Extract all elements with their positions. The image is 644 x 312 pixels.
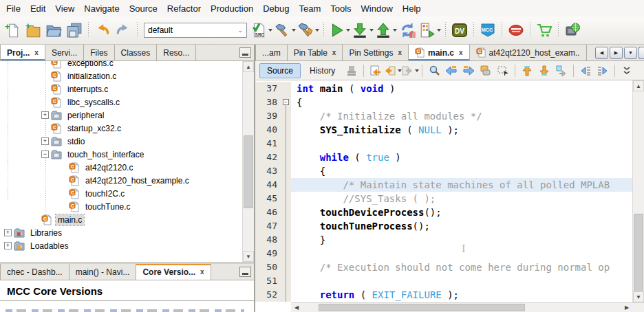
dropdown-arrow-icon[interactable] [292,29,296,32]
marketplace-button[interactable] [534,19,555,41]
tab-core-versio[interactable]: Core Versio...x [136,264,211,280]
code-text[interactable] [291,137,632,151]
next-occurrence-icon[interactable] [537,63,552,78]
build-project-button[interactable] [273,19,297,41]
scroll-up-icon[interactable]: ▲ [243,61,254,72]
tree-item-interrupts-c[interactable]: Cinterrupts.c [0,82,242,96]
editor-tab-at42qt2120-host-exam[interactable]: Cat42qt2120_host_exam.. [470,45,587,60]
code-text[interactable]: SYS_Initialize ( NULL ); [291,123,632,137]
new-file-button[interactable]: + [2,19,23,41]
close-icon[interactable]: x [459,49,463,56]
code-line-44[interactable]: 44 /* Maintain state machines of all pol… [255,178,632,192]
close-icon[interactable]: x [398,49,402,56]
code-line-43[interactable]: 43 { [255,164,632,178]
find-previous-icon[interactable] [444,63,459,78]
code-line-51[interactable]: 51 [255,274,632,288]
tree-item-peripheral[interactable]: +peripheral [0,109,242,122]
scroll-down-icon[interactable]: ▼ [633,291,644,302]
rectangular-selection-icon[interactable] [495,63,511,78]
forward-icon[interactable] [402,63,418,78]
xpress-button[interactable] [562,19,583,41]
menu-edit[interactable]: Edit [25,1,50,16]
code-line-38[interactable]: 38−{ [255,96,632,109]
history-view-button[interactable]: History [303,64,342,78]
tab-chec-dashb[interactable]: chec - Dashb... [0,264,69,280]
last-edit-position-icon[interactable] [368,63,383,78]
editor-hscrollbar[interactable]: ◀ ▶ [291,302,644,312]
dropdown-arrow-icon[interactable] [268,29,272,32]
menu-refactor[interactable]: Refactor [162,1,206,16]
menu-file[interactable]: File [1,1,25,16]
collapse-icon[interactable]: − [41,151,49,158]
refresh-debug-tool-button[interactable] [398,19,418,41]
menu-help[interactable]: Help [398,1,426,16]
code-text[interactable]: while ( true ) [291,151,632,164]
tree-scrollbar-thumb[interactable] [244,135,253,208]
set-project-configuration-button[interactable]: SRC [250,19,273,41]
shift-left-icon[interactable] [578,63,593,78]
code-line-40[interactable]: 40 SYS_Initialize ( NULL ); [255,123,632,137]
menu-tools[interactable]: Tools [325,1,356,16]
format-icon[interactable] [344,63,359,78]
editor-scrollbar[interactable]: ▲ ▼ [632,80,644,302]
code-line-48[interactable]: 48 } [255,233,632,247]
close-icon[interactable]: x [332,49,336,56]
code-line-39[interactable]: 39 /* Initialize all modules */ [255,109,632,123]
minimize-panel-button[interactable] [239,47,251,58]
scroll-up-icon[interactable]: ▲ [633,80,644,91]
code-text[interactable]: int main ( void ) [291,82,632,96]
configuration-select[interactable]: default⌄ [144,23,247,38]
tree-item-at42qt2120-host-example-c[interactable]: Cat42qt2120_host_example.c [0,174,242,187]
toggle-highlight-icon[interactable] [478,63,493,78]
expand-icon[interactable]: + [41,137,49,145]
find-selection-icon[interactable] [427,63,442,78]
code-text[interactable]: return ( EXIT_FAILURE ); [291,288,632,302]
find-next-icon[interactable] [461,63,476,78]
clean-build-project-button[interactable] [297,19,320,41]
read-device-memory-button[interactable] [374,19,398,41]
tree-item-exceptions-c[interactable]: Cexceptions.c [0,61,242,69]
scroll-tabs-left-button[interactable]: ◀ [595,47,608,59]
tree-item-main-c[interactable]: Cmain.c [0,213,242,226]
tab-servi[interactable]: Servi... [45,45,84,60]
tab-classes[interactable]: Classes [115,45,158,60]
scroll-tabs-right-button[interactable]: ▶ [610,47,623,59]
code-line-52[interactable]: 52 return ( EXIT_FAILURE ); [255,288,632,302]
tree-item-libc-syscalls-c[interactable]: Clibc_syscalls.c [0,96,242,109]
toggle-comment-icon[interactable] [554,63,569,78]
source-view-button[interactable]: Source [259,63,301,78]
tree-item-touch-host-interface[interactable]: −touch_host_interface [0,148,242,161]
menu-debug[interactable]: Debug [258,1,294,16]
tree-item-stdio[interactable]: +stdio [0,135,242,148]
editor-tab-pin-table[interactable]: Pin Tablex [288,45,343,60]
code-text[interactable]: /* Maintain state machines of all polled… [291,178,632,192]
tree-item-touchi2c-c[interactable]: CtouchI2C.c [0,187,242,200]
editor-tab-pin-settings[interactable]: Pin Settingsx [343,45,409,60]
open-project-button[interactable] [43,19,64,41]
editor-tab-am[interactable]: ...am [255,45,288,60]
scroll-left-icon[interactable]: ◀ [291,303,302,312]
new-project-button[interactable]: + [23,19,43,41]
code-line-46[interactable]: 46 touchDeviceProcess(); [255,205,632,219]
dropdown-arrow-icon[interactable] [393,29,397,32]
scroll-right-icon[interactable]: ▶ [621,303,632,312]
run-project-button[interactable] [328,19,351,41]
tree-item-touchtune-c[interactable]: CtouchTune.c [0,200,242,213]
save-all-button[interactable] [64,19,85,41]
code-line-41[interactable]: 41 [255,137,632,151]
tree-item-startup-xc32-c[interactable]: Cstartup_xc32.c [0,122,242,135]
code-text[interactable]: { [291,164,632,178]
menu-navigate[interactable]: Navigate [79,1,124,16]
code-text[interactable]: touchDeviceProcess(); [291,205,632,219]
menu-source[interactable]: Source [125,1,162,16]
code-line-37[interactable]: 37int main ( void ) [255,82,632,96]
code-line-42[interactable]: 42 while ( true ) [255,151,632,164]
dropdown-arrow-icon[interactable] [415,69,419,72]
menu-view[interactable]: View [50,1,79,16]
menu-team[interactable]: Team [294,1,325,16]
editor-scrollbar-thumb[interactable] [634,214,643,293]
code-text[interactable]: /* Execution should not come here during… [291,260,632,274]
code-lines[interactable]: 37int main ( void )38−{39 /* Initialize … [255,80,632,302]
tab-proj[interactable]: Proj...x [0,45,45,60]
close-icon[interactable]: x [200,268,204,276]
